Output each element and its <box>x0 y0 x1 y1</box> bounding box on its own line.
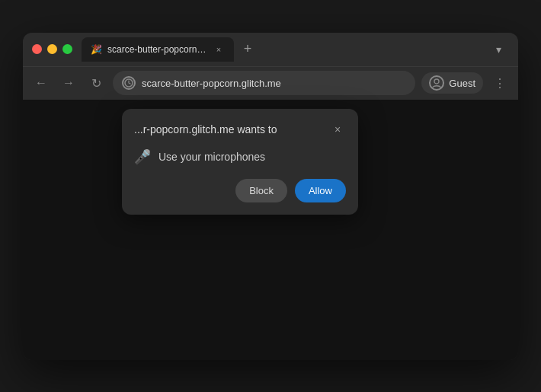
profile-button[interactable]: Guest <box>421 72 483 94</box>
profile-icon <box>429 75 444 91</box>
traffic-lights <box>32 44 72 54</box>
forward-button[interactable]: → <box>58 72 79 94</box>
popup-actions: Block Allow <box>134 179 346 202</box>
popup-permission-row: 🎤 Use your microphones <box>134 148 346 165</box>
popup-close-button[interactable]: × <box>329 121 346 138</box>
tabs-dropdown-button[interactable]: ▾ <box>488 39 509 60</box>
browser-window: 🎉 scarce-butter-popcorn.glitch × + ▾ ← →… <box>23 33 518 360</box>
new-tab-button[interactable]: + <box>237 39 258 60</box>
allow-button[interactable]: Allow <box>295 179 346 202</box>
tab-area: 🎉 scarce-butter-popcorn.glitch × + <box>82 37 482 62</box>
tab-close-button[interactable]: × <box>213 43 225 56</box>
address-bar[interactable]: scarce-butter-popcorn.glitch.me <box>113 71 415 95</box>
block-button[interactable]: Block <box>235 179 287 202</box>
tab-title: scarce-butter-popcorn.glitch <box>107 44 206 55</box>
title-bar: 🎉 scarce-butter-popcorn.glitch × + ▾ <box>23 33 518 66</box>
url-text: scarce-butter-popcorn.glitch.me <box>142 78 406 89</box>
browser-content: ...r-popcorn.glitch.me wants to × 🎤 Use … <box>23 100 518 360</box>
popup-title: ...r-popcorn.glitch.me wants to <box>134 123 277 135</box>
reload-button[interactable]: ↻ <box>85 72 107 94</box>
back-button[interactable]: ← <box>30 72 52 94</box>
close-button[interactable] <box>32 44 42 54</box>
minimize-button[interactable] <box>47 44 57 54</box>
browser-menu-button[interactable]: ⋮ <box>489 72 511 94</box>
site-identity-icon <box>122 76 136 90</box>
microphone-icon: 🎤 <box>134 148 151 165</box>
svg-point-1 <box>434 79 439 84</box>
profile-label: Guest <box>449 78 475 89</box>
maximize-button[interactable] <box>62 44 72 54</box>
toolbar: ← → ↻ scarce-butter-popcorn.glitch.me Gu… <box>23 66 518 100</box>
active-tab[interactable]: 🎉 scarce-butter-popcorn.glitch × <box>82 37 234 62</box>
permission-description: Use your microphones <box>158 151 265 163</box>
permission-popup: ...r-popcorn.glitch.me wants to × 🎤 Use … <box>122 109 358 215</box>
popup-header: ...r-popcorn.glitch.me wants to × <box>134 121 346 138</box>
tab-favicon-icon: 🎉 <box>91 44 101 55</box>
